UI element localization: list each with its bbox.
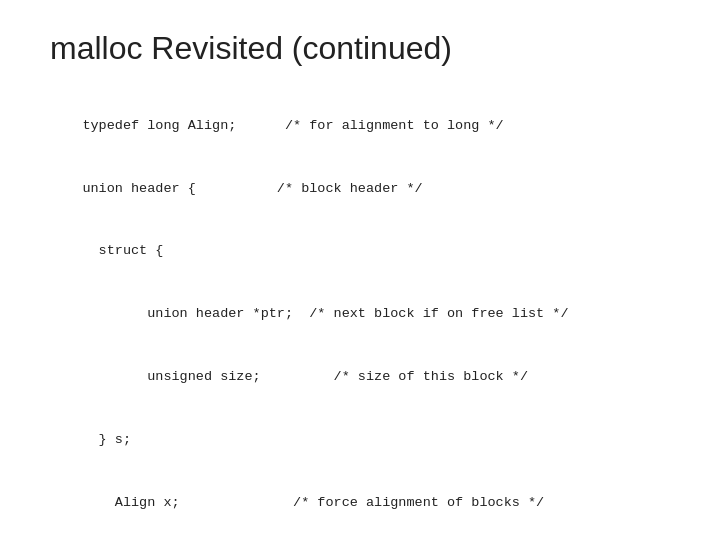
slide-title: malloc Revisited (continued) xyxy=(50,30,670,67)
code-line-align: Align x; /* force alignment of blocks */ xyxy=(82,495,544,510)
code-line-size: unsigned size; /* size of this block */ xyxy=(82,369,528,384)
slide: malloc Revisited (continued) typedef lon… xyxy=(0,0,720,540)
code-line-struct: struct { xyxy=(82,243,163,258)
code-line-ptr: union header *ptr; /* next block if on f… xyxy=(82,306,568,321)
code-line-union: union header { /* block header */ xyxy=(82,181,422,196)
code-block: typedef long Align; /* for alignment to … xyxy=(50,95,670,540)
code-line-s: } s; xyxy=(82,432,131,447)
code-line-typedef: typedef long Align; /* for alignment to … xyxy=(82,118,503,133)
